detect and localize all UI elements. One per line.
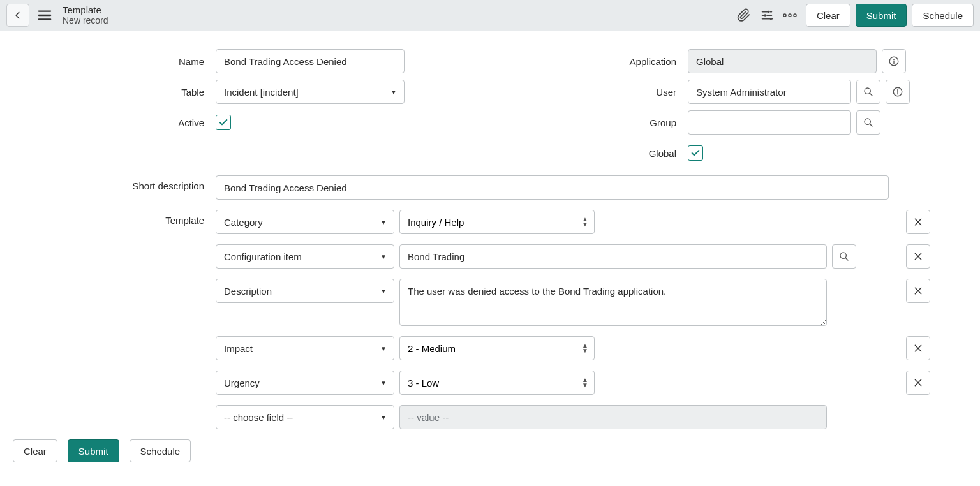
template-row-description: Description The user was denied access t…	[216, 279, 930, 326]
short-description-label: Short description	[50, 175, 216, 191]
template-label: Template	[50, 210, 216, 226]
info-icon	[888, 55, 900, 67]
ellipsis-icon	[783, 13, 797, 18]
application-info-button[interactable]	[882, 49, 906, 73]
user-lookup-button[interactable]	[856, 80, 880, 104]
ci-lookup-button[interactable]	[832, 244, 856, 269]
svg-point-1	[764, 14, 766, 17]
check-icon	[690, 148, 701, 158]
search-icon	[863, 117, 873, 128]
template-value-select-impact[interactable]: 2 - Medium	[399, 336, 595, 360]
clear-button-top[interactable]: Clear	[806, 4, 850, 27]
page-title: Template	[63, 5, 108, 16]
close-icon	[914, 217, 923, 226]
svg-point-4	[789, 14, 791, 17]
template-value-placeholder: -- value --	[399, 405, 827, 429]
close-icon	[914, 252, 923, 261]
template-value-input-ci[interactable]	[399, 244, 827, 269]
application-input	[688, 49, 877, 73]
paperclip-icon	[737, 8, 751, 22]
template-field-select[interactable]: Impact	[216, 336, 394, 360]
search-icon	[863, 87, 873, 97]
svg-point-10	[897, 89, 898, 91]
attachment-button[interactable]	[737, 8, 751, 22]
hamburger-icon	[38, 10, 52, 21]
svg-point-2	[769, 18, 772, 20]
user-info-button[interactable]	[886, 80, 910, 104]
remove-row-button[interactable]	[906, 210, 930, 234]
top-bar: Template New record Clear Submit Schedul…	[0, 0, 980, 31]
more-actions-button[interactable]	[783, 13, 797, 18]
user-input[interactable]	[688, 80, 851, 104]
svg-point-5	[794, 14, 796, 17]
svg-point-3	[783, 14, 786, 17]
remove-row-button[interactable]	[906, 336, 930, 360]
back-button[interactable]	[6, 4, 29, 27]
template-field-select[interactable]: Description	[216, 279, 394, 303]
group-input[interactable]	[688, 110, 851, 135]
clear-button-bottom[interactable]: Clear	[13, 439, 57, 462]
template-row-impact: Impact 2 - Medium ▲▼	[216, 336, 930, 360]
remove-row-button[interactable]	[906, 279, 930, 303]
info-icon	[892, 86, 903, 98]
global-label: Global	[490, 148, 688, 159]
close-icon	[914, 344, 923, 353]
close-icon	[914, 378, 923, 387]
application-label: Application	[490, 56, 688, 67]
table-select[interactable]: Incident [incident]	[216, 80, 405, 104]
template-field-select[interactable]: Configuration item	[216, 244, 394, 269]
template-value-select-urgency[interactable]: 3 - Low	[399, 371, 595, 395]
template-row-new: -- choose field -- -- value --	[216, 405, 930, 429]
chevron-left-icon	[13, 11, 22, 20]
name-label: Name	[50, 56, 216, 67]
remove-row-button[interactable]	[906, 244, 930, 269]
short-description-input[interactable]	[216, 175, 889, 200]
template-value-textarea-description[interactable]: The user was denied access to the Bond T…	[399, 279, 827, 326]
submit-button-top[interactable]: Submit	[856, 4, 907, 27]
bottom-action-bar: Clear Submit Schedule	[0, 429, 980, 473]
template-row-urgency: Urgency 3 - Low ▲▼	[216, 371, 930, 395]
submit-button-bottom[interactable]: Submit	[68, 439, 119, 462]
svg-point-0	[768, 11, 770, 13]
template-field-select[interactable]: Category	[216, 210, 394, 234]
page-subtitle: New record	[63, 16, 108, 26]
page-title-block: Template New record	[63, 5, 108, 26]
menu-button[interactable]	[34, 4, 55, 27]
table-label: Table	[50, 87, 216, 98]
template-choose-field-select[interactable]: -- choose field --	[216, 405, 394, 429]
svg-point-7	[893, 59, 895, 60]
schedule-button-bottom[interactable]: Schedule	[130, 439, 191, 462]
user-label: User	[490, 87, 688, 98]
group-label: Group	[490, 117, 688, 128]
template-row-category: Category Inquiry / Help ▲▼	[216, 210, 930, 234]
global-checkbox[interactable]	[688, 145, 703, 161]
name-input[interactable]	[216, 49, 405, 73]
template-field-select[interactable]: Urgency	[216, 371, 394, 395]
close-icon	[914, 286, 923, 295]
active-label: Active	[50, 117, 216, 128]
search-icon	[839, 251, 849, 261]
active-checkbox[interactable]	[216, 115, 231, 130]
group-lookup-button[interactable]	[856, 110, 880, 135]
sliders-icon	[760, 8, 774, 22]
schedule-button-top[interactable]: Schedule	[912, 4, 974, 27]
check-icon	[218, 117, 228, 128]
settings-button[interactable]	[760, 8, 774, 22]
template-row-configuration-item: Configuration item	[216, 244, 930, 269]
form-body: Name Table Incident [incident] Active	[0, 31, 980, 485]
template-value-select-category[interactable]: Inquiry / Help	[399, 210, 595, 234]
remove-row-button[interactable]	[906, 371, 930, 395]
